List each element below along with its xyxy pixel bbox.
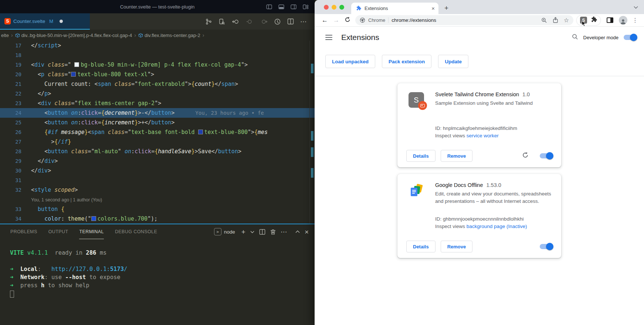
terminal-line: ➜ Network: use --host to expose: [10, 273, 315, 281]
split-editor-icon[interactable]: [287, 18, 294, 25]
share-icon[interactable]: [553, 17, 558, 23]
nav-back-icon[interactable]: [232, 18, 240, 25]
code-line[interactable]: 34 color: theme("colors.blue.700");: [0, 214, 315, 224]
breadcrumb-item-file[interactable]: elte: [1, 33, 9, 38]
symbol-cube-icon: [15, 33, 20, 38]
close-window-icon[interactable]: [324, 5, 329, 10]
code-line[interactable]: 19<div class=" bg-blue-50 min-w-[20rem] …: [0, 60, 315, 70]
code-line[interactable]: 26 {#if message}<span class="text-base f…: [0, 127, 315, 137]
kill-terminal-icon[interactable]: [270, 229, 276, 235]
remove-button[interactable]: Remove: [441, 241, 473, 252]
code-line[interactable]: 27 >{/if}: [0, 137, 315, 147]
code-line[interactable]: 29 </div>: [0, 156, 315, 166]
tab-counter-svelte[interactable]: S Counter.svelte M: [0, 13, 90, 30]
zoom-icon[interactable]: [541, 17, 547, 23]
details-button[interactable]: Details: [406, 150, 435, 162]
timeline-icon[interactable]: [274, 18, 281, 25]
panel-tab-problems[interactable]: PROBLEMS: [10, 224, 37, 239]
new-tab-button[interactable]: +: [444, 4, 448, 11]
panel-tab-debug-console[interactable]: DEBUG CONSOLE: [115, 224, 157, 239]
unsaved-dot-icon[interactable]: [60, 20, 63, 23]
breadcrumb-item-inner-div[interactable]: div.flex.items-center.gap-2: [138, 33, 200, 38]
line-number: 26: [0, 127, 21, 137]
bookmark-star-icon[interactable]: ☆: [564, 17, 569, 23]
code-line[interactable]: 22 </p>: [0, 89, 315, 98]
tab-search-chevron-icon[interactable]: [634, 4, 638, 10]
maximize-panel-icon[interactable]: [295, 230, 300, 233]
chrome-menu-icon[interactable]: ⋮: [630, 17, 640, 24]
close-panel-icon[interactable]: ×: [305, 228, 309, 235]
code-line[interactable]: 24 <button on:click={decrement}>-</butto…: [0, 108, 315, 118]
reload-button[interactable]: [342, 17, 353, 24]
url-text[interactable]: chrome://extensions: [392, 17, 538, 23]
background-page-link[interactable]: background page (Inactive): [467, 224, 527, 229]
profile-avatar[interactable]: [619, 16, 627, 24]
toggle-panel-icon[interactable]: [278, 4, 284, 9]
toggle-secondary-sidebar-icon[interactable]: [291, 4, 296, 9]
code-line[interactable]: 23 <div class="flex items-center gap-2">: [0, 98, 315, 108]
code-line[interactable]: 21 Current count: <span class="font-extr…: [0, 79, 315, 89]
extension-enabled-toggle[interactable]: [540, 244, 552, 249]
code-line[interactable]: 18: [0, 50, 315, 60]
menu-hamburger-icon[interactable]: [325, 35, 332, 40]
next-change-icon[interactable]: [260, 18, 268, 25]
code-line[interactable]: 28 <button class="ml-auto" on:click={han…: [0, 147, 315, 156]
code-line[interactable]: 31: [0, 175, 315, 185]
source-control-graph-icon[interactable]: [205, 18, 212, 25]
new-terminal-icon[interactable]: +: [241, 228, 245, 235]
update-button[interactable]: Update: [438, 55, 468, 68]
code-line[interactable]: 32<style scoped>: [0, 185, 315, 195]
developer-buttons: Load unpacked Pack extension Update: [315, 48, 644, 76]
code-line[interactable]: 17</script>: [0, 41, 315, 50]
code-line[interactable]: 30</div>: [0, 166, 315, 175]
reload-extension-icon[interactable]: [522, 152, 529, 160]
extensions-page: Extensions Developer mode Load unpacked …: [315, 27, 644, 325]
terminal-view[interactable]: VITE v4.1.1 ready in 286 ms➜ Local: http…: [0, 239, 315, 298]
remove-button[interactable]: Remove: [441, 150, 473, 162]
forward-button[interactable]: →: [331, 17, 342, 24]
close-tab-icon[interactable]: ×: [431, 5, 435, 11]
terminal-selector[interactable]: > node: [214, 228, 235, 235]
code-line[interactable]: 25 <button on:click={increment}>+</butto…: [0, 118, 315, 127]
screen: Counter.svelte — test-svelte-plugin S Co…: [0, 0, 644, 325]
service-worker-link[interactable]: service worker: [467, 133, 499, 138]
browser-tab-extensions[interactable]: Extensions ×: [351, 3, 438, 14]
window-title: Counter.svelte — test-svelte-plugin: [120, 4, 195, 10]
customize-layout-icon[interactable]: [303, 4, 309, 9]
vscode-titlebar[interactable]: Counter.svelte — test-svelte-plugin: [0, 0, 315, 13]
prev-change-icon[interactable]: [246, 18, 254, 25]
minimize-window-icon[interactable]: [332, 5, 336, 10]
open-changes-icon[interactable]: [218, 18, 226, 25]
zoom-window-icon[interactable]: [339, 5, 344, 10]
more-actions-icon[interactable]: ⋯: [300, 19, 306, 25]
code-line[interactable]: 20 <p class="text-blue-800 text-xl">: [0, 70, 315, 79]
code-editor[interactable]: 17</script>1819<div class=" bg-blue-50 m…: [0, 41, 315, 224]
split-terminal-icon[interactable]: [259, 229, 265, 235]
load-unpacked-button[interactable]: Load unpacked: [325, 55, 375, 68]
extension-enabled-toggle[interactable]: [540, 153, 552, 158]
details-button[interactable]: Details: [406, 241, 435, 252]
inspect-views: Inspect views background page (Inactive): [435, 224, 554, 229]
back-button[interactable]: ←: [319, 17, 331, 24]
chrome-window: Extensions × + ← → Chrome chrome://exten…: [315, 0, 644, 325]
code-line[interactable]: You, 1 second ago | 1 author (You): [0, 195, 315, 204]
panel-more-icon[interactable]: ⋯: [281, 229, 287, 235]
overview-ruler[interactable]: [309, 41, 315, 224]
toggle-primary-sidebar-icon[interactable]: [266, 4, 272, 9]
panel-tab-terminal[interactable]: TERMINAL: [79, 224, 104, 239]
code-line[interactable]: 33 button {: [0, 204, 315, 214]
search-icon[interactable]: [572, 34, 578, 41]
pack-extension-button[interactable]: Pack extension: [382, 55, 431, 68]
address-bar[interactable]: Chrome chrome://extensions ☆: [355, 15, 573, 25]
terminal-dropdown-icon[interactable]: [250, 231, 254, 233]
extensions-puzzle-icon[interactable]: [591, 16, 597, 24]
side-panel-icon[interactable]: [607, 17, 613, 23]
developer-mode-toggle[interactable]: [624, 35, 636, 40]
omnibox-icons: ☆: [541, 17, 569, 23]
line-number: 28: [0, 147, 21, 156]
line-number: 33: [0, 204, 21, 214]
chrome-site-icon: [360, 17, 365, 23]
tab-filename: Counter.svelte: [13, 19, 45, 24]
breadcrumb-item-outer-div[interactable]: div..bg-blue-50.min-w-[20rem].p-4.flex.f…: [15, 33, 132, 38]
panel-tab-output[interactable]: OUTPUT: [48, 224, 68, 239]
